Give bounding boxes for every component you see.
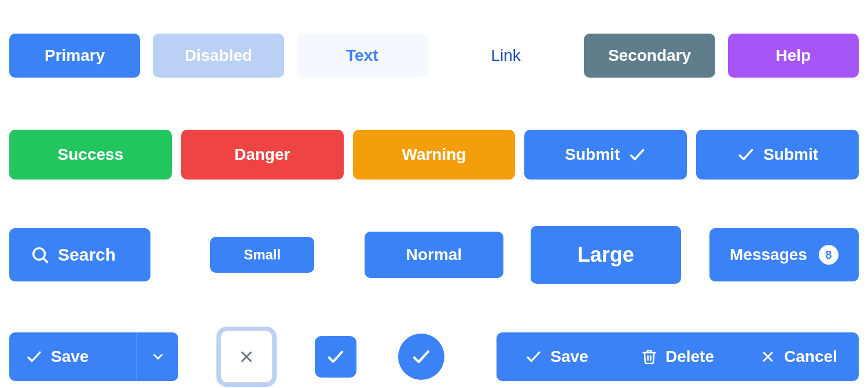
button-row-sizes: Search Small Normal Large Messages 8 (9, 226, 859, 284)
secondary-button-label: Secondary (608, 46, 691, 65)
link-button-label: Link (491, 46, 520, 65)
check-icon (25, 348, 43, 365)
submit-button-icon-right[interactable]: Submit (524, 130, 687, 180)
disabled-button-label: Disabled (185, 46, 252, 65)
button-set: Save Delete Cancel (496, 332, 859, 381)
messages-badge: 8 (819, 245, 838, 265)
split-button-dropdown[interactable] (137, 332, 178, 381)
check-icon (628, 145, 646, 164)
button-set-cancel[interactable]: Cancel (738, 332, 859, 381)
close-icon (238, 348, 255, 365)
check-icon (525, 348, 542, 365)
text-button-label: Text (346, 46, 378, 65)
split-button: Save (9, 332, 178, 381)
confirm-icon-button-round[interactable] (398, 334, 444, 380)
disabled-button: Disabled (153, 34, 284, 78)
search-button-label: Search (58, 245, 116, 265)
split-button-save[interactable]: Save (9, 332, 137, 381)
button-row-severity: Primary Disabled Text Link Secondary Hel… (9, 34, 859, 78)
danger-button-label: Danger (234, 145, 290, 164)
success-button[interactable]: Success (9, 130, 172, 180)
check-icon (326, 347, 345, 367)
confirm-icon-button-square[interactable] (315, 336, 356, 378)
danger-button[interactable]: Danger (181, 130, 344, 180)
button-row-groups: Save Save (9, 330, 859, 383)
svg-line-1 (43, 258, 47, 262)
split-button-save-label: Save (51, 347, 89, 366)
primary-button-label: Primary (45, 46, 105, 65)
warning-button[interactable]: Warning (353, 130, 516, 180)
close-button-outlined[interactable] (220, 330, 273, 383)
submit-button-icon-left[interactable]: Submit (696, 130, 859, 180)
messages-badge-count: 8 (825, 248, 832, 262)
normal-button-label: Normal (406, 246, 462, 264)
normal-button[interactable]: Normal (365, 232, 503, 278)
chevron-down-icon (150, 349, 165, 364)
messages-button[interactable]: Messages 8 (709, 228, 859, 281)
help-button-label: Help (775, 46, 811, 65)
text-button[interactable]: Text (297, 34, 428, 78)
close-icon (760, 349, 776, 365)
small-button[interactable]: Small (210, 237, 314, 273)
button-set-delete[interactable]: Delete (617, 332, 738, 381)
messages-button-label: Messages (730, 246, 807, 264)
trash-icon (641, 349, 657, 365)
success-button-label: Success (58, 145, 124, 164)
primary-button[interactable]: Primary (9, 34, 140, 78)
check-icon (737, 145, 755, 164)
large-button-label: Large (578, 243, 634, 267)
help-button[interactable]: Help (728, 34, 859, 78)
large-button[interactable]: Large (531, 226, 681, 284)
button-set-cancel-label: Cancel (784, 347, 837, 366)
search-icon (30, 245, 50, 265)
search-button[interactable]: Search (9, 228, 150, 281)
button-row-status: Success Danger Warning Submit Submit (9, 130, 859, 180)
button-set-save[interactable]: Save (496, 332, 617, 381)
link-button[interactable]: Link (440, 34, 571, 78)
submit-button-label: Submit (565, 145, 620, 164)
check-icon (411, 346, 432, 367)
button-set-delete-label: Delete (665, 347, 714, 366)
button-set-save-label: Save (550, 347, 588, 366)
secondary-button[interactable]: Secondary (584, 34, 715, 78)
small-button-label: Small (244, 247, 281, 263)
warning-button-label: Warning (402, 145, 466, 164)
submit-button-label: Submit (763, 145, 818, 164)
